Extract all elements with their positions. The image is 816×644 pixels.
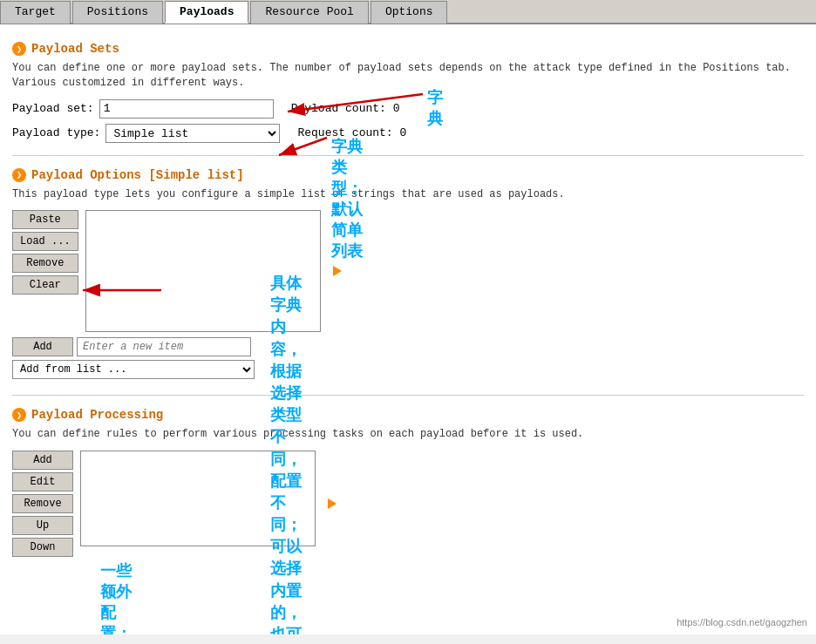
processing-edit-button[interactable]: Edit — [12, 472, 73, 491]
payload-set-row: Payload set: Payload count: 0 — [12, 99, 804, 119]
add-item-input[interactable] — [77, 337, 251, 356]
tab-positions[interactable]: Positions — [72, 1, 163, 24]
paste-button[interactable]: Paste — [12, 210, 78, 229]
processing-action-buttons: Add Edit Remove Up Down — [12, 451, 73, 557]
payload-sets-icon: ❯ — [12, 42, 26, 56]
processing-triangle-indicator — [324, 451, 337, 557]
request-count-label: Request count: 0 — [297, 126, 406, 139]
processing-list-area[interactable] — [80, 451, 316, 546]
payload-processing-header: ❯ Payload Processing — [12, 408, 804, 422]
payload-set-input[interactable] — [99, 99, 274, 119]
payload-options-description: This payload type lets you configure a s… — [12, 187, 804, 202]
payload-list-area[interactable] — [85, 210, 321, 332]
payload-processing-body: Add Edit Remove Up Down — [12, 451, 804, 557]
payload-action-buttons: Paste Load ... Remove Clear — [12, 210, 78, 332]
tab-options[interactable]: Options — [371, 1, 448, 24]
payload-sets-title: Payload Sets — [31, 42, 119, 56]
payload-type-select[interactable]: Simple list Runtime file Custom iterator… — [105, 124, 280, 143]
payload-options-icon: ❯ — [12, 168, 26, 182]
tab-resource-pool[interactable]: Resource Pool — [250, 1, 368, 24]
payload-sets-header: ❯ Payload Sets — [12, 42, 804, 56]
payload-set-label: Payload set: — [12, 102, 94, 115]
tab-payloads[interactable]: Payloads — [165, 1, 248, 24]
clear-button[interactable]: Clear — [12, 275, 78, 295]
remove-button[interactable]: Remove — [12, 254, 78, 273]
payload-options-body: Paste Load ... Remove Clear — [12, 210, 804, 332]
payload-processing-title: Payload Processing — [31, 408, 163, 422]
annotation-extra-config: 一些额外配置：比如添加前缀、后缀、加密、解密等等 — [100, 560, 132, 634]
add-item-row: Add — [12, 337, 804, 356]
processing-remove-button[interactable]: Remove — [12, 494, 73, 513]
processing-add-button[interactable]: Add — [12, 451, 73, 470]
payload-processing-description: You can define rules to perform various … — [12, 427, 804, 442]
load-button[interactable]: Load ... — [12, 232, 78, 251]
payload-type-row: Payload type: Simple list Runtime file C… — [12, 124, 804, 143]
tab-target[interactable]: Target — [0, 1, 71, 24]
payload-sets-description: You can define one or more payload sets.… — [12, 61, 804, 91]
payload-count-label: Payload count: 0 — [291, 102, 400, 115]
payload-options-header: ❯ Payload Options [Simple list] — [12, 168, 804, 182]
processing-up-button[interactable]: Up — [12, 516, 73, 535]
add-button[interactable]: Add — [12, 337, 73, 356]
payload-options-title: Payload Options [Simple list] — [31, 168, 244, 182]
tab-bar: Target Positions Payloads Resource Pool … — [0, 0, 816, 24]
processing-down-button[interactable]: Down — [12, 538, 73, 557]
add-from-list-select[interactable]: Add from list ... — [12, 360, 255, 379]
watermark: https://blog.csdn.net/gaogzhen — [677, 617, 807, 627]
payload-processing-icon: ❯ — [12, 408, 26, 422]
payload-triangle-indicator — [330, 210, 342, 332]
payload-type-label: Payload type: — [12, 126, 100, 139]
add-from-list-row: Add from list ... — [12, 356, 804, 379]
